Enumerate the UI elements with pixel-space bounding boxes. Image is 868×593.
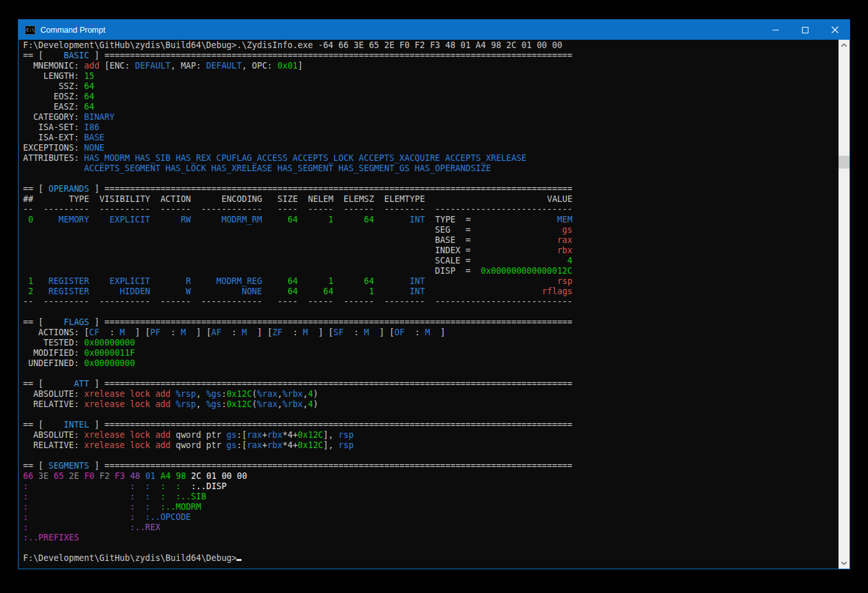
terminal-window: C:\ Command Prompt [18,19,850,569]
console-line [23,451,839,461]
scrollbar[interactable] [839,40,849,569]
title-bar[interactable]: C:\ Command Prompt [19,20,849,40]
console-output[interactable]: F:\Development\GitHub\zydis\Build64\Debu… [19,40,839,569]
console-line: DISP = 0x000000000000012C [23,266,839,276]
close-icon [831,26,839,33]
console-line: ACTIONS: [CF : M ] [PF : M ] [AF : M ] [… [23,328,839,338]
console-line: 1 REGISTER EXPLICIT R MODRM_REG 64 1 64 … [23,276,839,287]
console-line: : : : : :..SIB [23,492,839,502]
console-line: -- --------- ---------- ------ ---------… [23,297,839,307]
console-line [23,410,839,420]
desktop-background: C:\ Command Prompt [0,0,868,593]
close-button[interactable] [820,20,849,40]
chevron-down-icon [841,562,847,565]
console-line: :..PREFIXES [23,533,839,543]
console-line: == [ BASIC ] ===========================… [23,51,839,61]
minimize-icon [773,27,779,33]
maximize-button[interactable] [790,20,820,40]
console-line: ISA-SET: I86 [23,122,839,133]
console-line: ABSOLUTE: xrelease lock add qword ptr gs… [23,430,839,440]
minimize-button[interactable] [761,20,790,40]
console-line: ## TYPE VISIBILITY ACTION ENCODING SIZE … [23,194,839,205]
chevron-up-icon [841,44,847,47]
scroll-down-button[interactable] [839,558,849,569]
text-cursor [236,553,242,561]
console-line: EOSZ: 64 [23,92,839,102]
console-line: F:\Development\GitHub\zydis\Build64\Debu… [23,40,839,51]
console-line: CATEGORY: BINARY [23,112,839,122]
console-line: == [ FLAGS ] ===========================… [23,317,839,328]
console-line: == [ INTEL ] ===========================… [23,420,839,430]
console-line: EXCEPTIONS: NONE [23,143,839,153]
console-line: INDEX = rbx [23,246,839,256]
console-line: ACCEPTS_SEGMENT HAS_LOCK HAS_XRELEASE HA… [23,163,839,174]
console-line: RELATIVE: xrelease lock add %rsp, %gs:0x… [23,399,839,410]
console-line: EASZ: 64 [23,102,839,112]
console-line [23,369,839,379]
window-controls [761,20,849,40]
console-line: : : : : : :..DISP [23,481,839,492]
console-line: MNEMONIC: add [ENC: DEFAULT, MAP: DEFAUL… [23,61,839,71]
window-title: Command Prompt [40,26,105,35]
console-line [23,543,839,553]
console-line: BASE = rax [23,235,839,246]
console-line: F:\Development\GitHub\zydis\Build64\Debu… [23,553,839,564]
console-line: 66 3E 65 2E F0 F2 F3 48 01 A4 98 2C 01 0… [23,471,839,481]
console-line: LENGTH: 15 [23,71,839,81]
console-line: UNDEFINED: 0x00000000 [23,358,839,369]
scrollbar-thumb[interactable] [839,156,849,169]
console-line: == [ OPERANDS ] ========================… [23,184,839,194]
console-line: ISA-EXT: BASE [23,133,839,143]
console-line: 2 REGISTER HIDDEN W NONE 64 64 1 INT rfl… [23,287,839,297]
console-line: SEG = gs [23,225,839,235]
console-line [23,174,839,184]
console-line: ATTRIBUTES: HAS_MODRM HAS_SIB HAS_REX CP… [23,153,839,163]
console-line: : : :..OPCODE [23,512,839,522]
console-line [23,307,839,317]
console-line: == [ SEGMENTS ] ========================… [23,461,839,471]
console-line: : : : :..MODRM [23,502,839,512]
console-line: == [ ATT ] =============================… [23,379,839,389]
console-line: MODIFIED: 0x0000011F [23,348,839,358]
console-line: SCALE = 4 [23,256,839,266]
console-line: SSZ: 64 [23,81,839,92]
scroll-up-button[interactable] [839,40,849,51]
cmd-icon: C:\ [25,26,35,35]
console-line: RELATIVE: xrelease lock add qword ptr gs… [23,440,839,451]
console-line: -- --------- ---------- ------ ---------… [23,205,839,215]
console-line: TESTED: 0x00000000 [23,338,839,348]
maximize-icon [802,27,808,33]
console-line: 0 MEMORY EXPLICIT RW MODRM_RM 64 1 64 IN… [23,215,839,225]
console-client-area: F:\Development\GitHub\zydis\Build64\Debu… [19,40,849,569]
console-line: ABSOLUTE: xrelease lock add %rsp, %gs:0x… [23,389,839,399]
console-line: : :..REX [23,522,839,533]
